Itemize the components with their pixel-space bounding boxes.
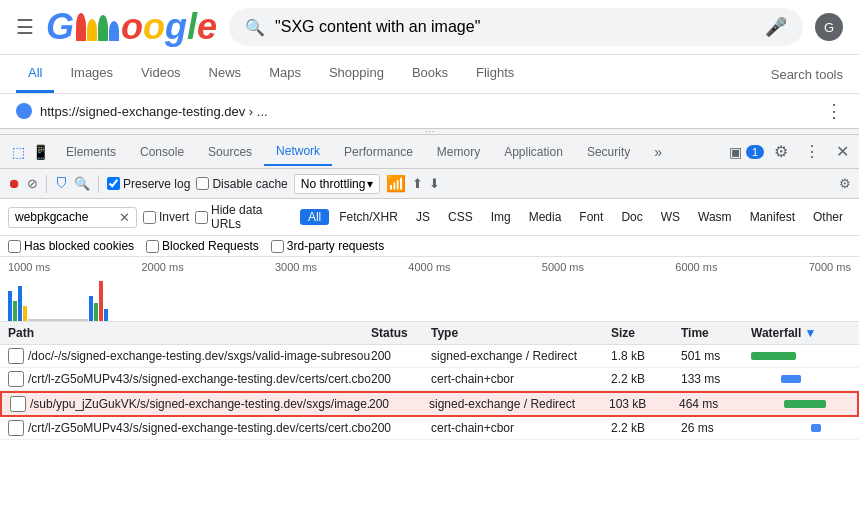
- row4-status: 200: [371, 421, 431, 435]
- online-icon[interactable]: 📶: [386, 174, 406, 193]
- type-manifest[interactable]: Manifest: [742, 209, 803, 225]
- col-type[interactable]: Type: [431, 326, 611, 340]
- disable-cache-checkbox[interactable]: Disable cache: [196, 177, 287, 191]
- type-font[interactable]: Font: [571, 209, 611, 225]
- type-img[interactable]: Img: [483, 209, 519, 225]
- table-row-highlighted[interactable]: /sub/ypu_jZuGukVK/s/signed-exchange-test…: [0, 391, 859, 417]
- row4-size: 2.2 kB: [611, 421, 681, 435]
- tab-more[interactable]: »: [642, 138, 674, 166]
- tab-application[interactable]: Application: [492, 139, 575, 165]
- tab-news[interactable]: News: [197, 55, 254, 93]
- tab-books[interactable]: Books: [400, 55, 460, 93]
- has-blocked-cookies-input[interactable]: [8, 240, 21, 253]
- inspect-icon[interactable]: ⬚: [8, 142, 28, 162]
- doodle-gle: oogle: [121, 6, 217, 48]
- row4-checkbox[interactable]: [8, 420, 24, 436]
- hide-data-urls-checkbox[interactable]: Hide data URLs: [195, 203, 294, 231]
- type-other[interactable]: Other: [805, 209, 851, 225]
- third-party-label: 3rd-party requests: [287, 239, 384, 253]
- filter-clear-icon[interactable]: ✕: [119, 210, 130, 225]
- network-settings-icon[interactable]: ⚙: [839, 176, 851, 191]
- tab-network[interactable]: Network: [264, 138, 332, 166]
- preserve-log-input[interactable]: [107, 177, 120, 190]
- third-party-checkbox[interactable]: 3rd-party requests: [271, 239, 384, 253]
- type-all[interactable]: All: [300, 209, 329, 225]
- devtools-more-icon[interactable]: ⋮: [798, 142, 826, 161]
- hide-data-urls-input[interactable]: [195, 211, 208, 224]
- tab-all[interactable]: All: [16, 55, 54, 93]
- toolbar-separator-1: [46, 175, 47, 193]
- tab-maps[interactable]: Maps: [257, 55, 313, 93]
- type-wasm[interactable]: Wasm: [690, 209, 740, 225]
- col-size[interactable]: Size: [611, 326, 681, 340]
- disable-cache-input[interactable]: [196, 177, 209, 190]
- clear-icon[interactable]: ⊘: [27, 176, 38, 191]
- tab-videos[interactable]: Videos: [129, 55, 193, 93]
- col-time[interactable]: Time: [681, 326, 751, 340]
- search-icon[interactable]: 🔍: [74, 176, 90, 191]
- filter-input[interactable]: [15, 210, 115, 224]
- type-js[interactable]: JS: [408, 209, 438, 225]
- type-media[interactable]: Media: [521, 209, 570, 225]
- col-path[interactable]: Path: [8, 326, 371, 340]
- tab-memory[interactable]: Memory: [425, 139, 492, 165]
- preserve-log-checkbox[interactable]: Preserve log: [107, 177, 190, 191]
- table-row[interactable]: /doc/-/s/signed-exchange-testing.dev/sxg…: [0, 345, 859, 368]
- avatar[interactable]: G: [815, 13, 843, 41]
- device-icon[interactable]: 📱: [30, 142, 50, 162]
- filter-icon[interactable]: ⛉: [55, 176, 68, 191]
- import-icon[interactable]: ⬆: [412, 176, 423, 191]
- search-tools-button[interactable]: Search tools: [771, 67, 843, 82]
- has-blocked-row: Has blocked cookies Blocked Requests 3rd…: [0, 236, 859, 257]
- tab-flights[interactable]: Flights: [464, 55, 526, 93]
- blocked-requests-label: Blocked Requests: [162, 239, 259, 253]
- result-url[interactable]: https://signed-exchange-testing.dev › ..…: [40, 104, 268, 119]
- export-icon[interactable]: ⬇: [429, 176, 440, 191]
- has-blocked-cookies-checkbox[interactable]: Has blocked cookies: [8, 239, 134, 253]
- console-badge-icon: ▣: [729, 144, 742, 160]
- record-icon[interactable]: ⏺: [8, 176, 21, 191]
- row1-checkbox[interactable]: [8, 348, 24, 364]
- devtools-close-icon[interactable]: ✕: [830, 142, 855, 161]
- blocked-requests-input[interactable]: [146, 240, 159, 253]
- tab-performance[interactable]: Performance: [332, 139, 425, 165]
- row3-path: /sub/ypu_jZuGukVK/s/signed-exchange-test…: [30, 397, 369, 411]
- row3-waterfall: [749, 400, 849, 408]
- tab-console[interactable]: Console: [128, 139, 196, 165]
- search-tabs: All Images Videos News Maps Shopping Boo…: [0, 55, 859, 94]
- table-row[interactable]: /crt/l-zG5oMUPv43/s/signed-exchange-test…: [0, 368, 859, 391]
- row2-path: /crt/l-zG5oMUPv43/s/signed-exchange-test…: [28, 372, 371, 386]
- result-more-icon[interactable]: ⋮: [825, 100, 843, 122]
- tl-label-4: 4000 ms: [408, 261, 450, 273]
- tab-elements[interactable]: Elements: [54, 139, 128, 165]
- third-party-input[interactable]: [271, 240, 284, 253]
- search-input[interactable]: [275, 18, 765, 36]
- type-ws[interactable]: WS: [653, 209, 688, 225]
- filter-bar: ✕ Invert Hide data URLs All Fetch/XHR JS…: [0, 199, 859, 236]
- type-doc[interactable]: Doc: [613, 209, 650, 225]
- row1-type: signed-exchange / Redirect: [431, 349, 611, 363]
- col-status[interactable]: Status: [371, 326, 431, 340]
- row2-checkbox[interactable]: [8, 371, 24, 387]
- hamburger-icon[interactable]: ☰: [16, 15, 34, 39]
- tab-security[interactable]: Security: [575, 139, 642, 165]
- throttle-selector[interactable]: No throttling ▾: [294, 174, 381, 194]
- table-row[interactable]: /crt/l-zG5oMUPv43/s/signed-exchange-test…: [0, 417, 859, 440]
- result-favicon: [16, 103, 32, 119]
- type-css[interactable]: CSS: [440, 209, 481, 225]
- invert-input[interactable]: [143, 211, 156, 224]
- tab-shopping[interactable]: Shopping: [317, 55, 396, 93]
- type-fetchxhr[interactable]: Fetch/XHR: [331, 209, 406, 225]
- col-waterfall[interactable]: Waterfall ▼: [751, 326, 851, 340]
- row1-size: 1.8 kB: [611, 349, 681, 363]
- row3-checkbox[interactable]: [10, 396, 26, 412]
- tl-label-3: 3000 ms: [275, 261, 317, 273]
- mic-icon[interactable]: 🎤: [765, 16, 787, 38]
- tab-sources[interactable]: Sources: [196, 139, 264, 165]
- row2-waterfall: [751, 375, 851, 383]
- row3-status: 200: [369, 397, 429, 411]
- blocked-requests-checkbox[interactable]: Blocked Requests: [146, 239, 259, 253]
- invert-checkbox[interactable]: Invert: [143, 210, 189, 224]
- tab-images[interactable]: Images: [58, 55, 125, 93]
- devtools-settings-icon[interactable]: ⚙: [768, 142, 794, 161]
